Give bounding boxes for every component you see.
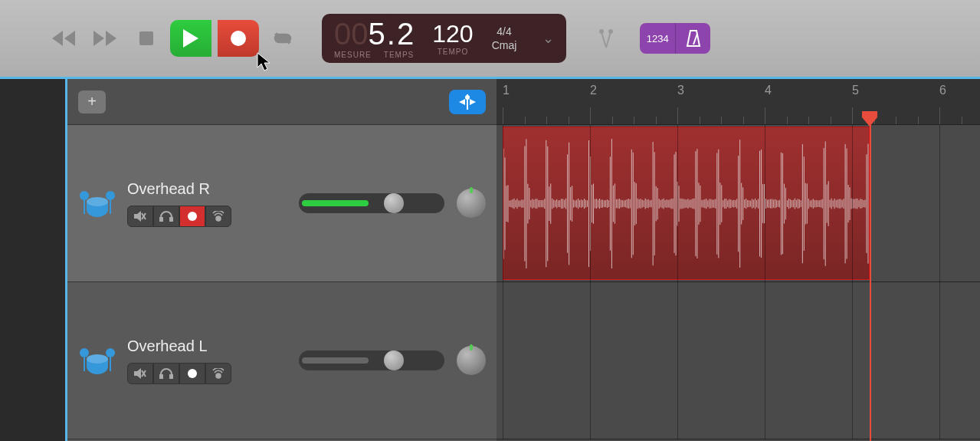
lcd-signature[interactable]: 4/4 Cmaj	[492, 25, 517, 51]
rewind-button[interactable]	[46, 25, 81, 52]
input-icon	[212, 211, 225, 222]
ruler-bar-number: 4	[765, 84, 772, 97]
drums-icon	[78, 345, 116, 376]
forward-button[interactable]	[87, 25, 123, 52]
pan-knob[interactable]	[457, 346, 486, 375]
solo-button[interactable]	[153, 363, 179, 384]
cycle-icon	[273, 31, 293, 45]
mute-icon	[134, 211, 146, 222]
input-monitor-button[interactable]	[205, 206, 231, 227]
svg-rect-16	[160, 218, 162, 222]
pan-knob[interactable]	[457, 189, 486, 218]
ruler-bar-number: 6	[939, 84, 946, 97]
playhead-line	[870, 125, 871, 441]
record-dot-icon	[187, 211, 198, 222]
workspace: + Overhead R	[0, 77, 980, 441]
svg-point-3	[609, 30, 612, 33]
lcd-beat-label: TEMPS	[384, 51, 414, 59]
mute-button[interactable]	[127, 206, 153, 227]
stop-icon	[139, 31, 153, 45]
record-dot-icon	[187, 368, 198, 379]
chevron-down-icon[interactable]: ⌄	[542, 30, 554, 47]
record-button[interactable]	[218, 20, 259, 57]
record-enable-button[interactable]	[179, 206, 205, 227]
ruler-bar-number: 1	[503, 84, 510, 97]
timeline-area[interactable]: 123456	[497, 79, 980, 441]
ruler-bar-number: 5	[852, 84, 859, 97]
forward-icon	[93, 31, 116, 46]
svg-point-6	[465, 95, 470, 100]
lcd-timesig: 4/4	[497, 25, 511, 38]
svg-point-1	[231, 31, 246, 46]
count-in-button[interactable]: 1234	[640, 23, 675, 54]
mute-button[interactable]	[127, 363, 153, 384]
solo-button[interactable]	[153, 206, 179, 227]
svg-point-18	[188, 212, 197, 221]
lcd-key: Cmaj	[492, 39, 517, 51]
lcd-beat-value: 2	[397, 18, 414, 49]
drums-icon	[78, 188, 116, 219]
svg-point-2	[600, 30, 603, 33]
svg-point-23	[80, 348, 89, 357]
volume-slider[interactable]	[299, 350, 444, 370]
lcd-measure-dim: 00	[334, 18, 369, 49]
stop-button[interactable]	[129, 25, 164, 52]
track-name: Overhead L	[127, 337, 288, 355]
count-in-label: 1234	[647, 33, 669, 44]
svg-point-32	[216, 374, 221, 378]
volume-slider[interactable]	[299, 193, 444, 213]
track-header[interactable]: Overhead L	[67, 282, 497, 439]
cycle-button[interactable]	[265, 25, 300, 52]
rewind-icon	[52, 31, 75, 46]
lcd-measure[interactable]: 005.2 MESURETEMPS	[334, 18, 414, 59]
left-margin	[0, 79, 67, 441]
track-lane[interactable]	[497, 282, 980, 439]
lcd-display[interactable]: 005.2 MESURETEMPS 120 TEMPO 4/4 Cmaj ⌄	[322, 14, 566, 63]
track-headers-panel: + Overhead R	[67, 79, 497, 441]
transport-toolbar: 005.2 MESURETEMPS 120 TEMPO 4/4 Cmaj ⌄ 1…	[0, 0, 980, 77]
svg-point-19	[216, 216, 221, 221]
lcd-tempo-label: TEMPO	[438, 48, 469, 56]
svg-point-11	[106, 191, 115, 200]
svg-rect-0	[139, 31, 153, 45]
catch-icon	[459, 94, 476, 110]
input-icon	[212, 368, 225, 379]
ruler-bar-number: 2	[590, 84, 597, 97]
play-button[interactable]	[170, 20, 211, 57]
svg-point-31	[188, 369, 197, 378]
svg-line-4	[693, 34, 697, 44]
track-lanes	[497, 125, 980, 439]
svg-point-24	[106, 348, 115, 357]
playhead[interactable]	[862, 111, 877, 127]
add-track-button[interactable]: +	[78, 91, 106, 114]
catch-playhead-button[interactable]	[449, 90, 486, 114]
lcd-tempo[interactable]: 120 TEMPO	[432, 21, 473, 56]
headphones-icon	[159, 368, 173, 379]
ruler-bar-number: 3	[677, 84, 684, 97]
record-enable-button[interactable]	[179, 363, 205, 384]
lcd-tempo-value: 120	[432, 21, 473, 46]
input-monitor-button[interactable]	[205, 363, 231, 384]
play-icon	[183, 29, 198, 48]
mute-icon	[134, 368, 146, 379]
audio-region[interactable]	[503, 127, 870, 280]
metronome-icon	[685, 29, 702, 48]
ruler[interactable]: 123456	[497, 79, 980, 125]
track-lane[interactable]	[497, 125, 980, 282]
svg-rect-29	[160, 375, 162, 379]
svg-point-10	[80, 191, 89, 200]
track-headers-toolbar: +	[67, 79, 497, 125]
svg-rect-17	[170, 218, 172, 222]
record-icon	[229, 29, 247, 48]
svg-point-22	[87, 354, 108, 364]
svg-rect-30	[170, 375, 172, 379]
track-header[interactable]: Overhead R	[67, 125, 497, 282]
metronome-button[interactable]	[675, 23, 710, 54]
svg-point-9	[87, 197, 108, 206]
track-name: Overhead R	[127, 180, 288, 198]
lcd-measure-label: MESURE	[334, 51, 372, 59]
tuner-icon[interactable]	[595, 28, 617, 49]
lcd-measure-value: 5	[369, 18, 385, 49]
headphones-icon	[159, 211, 173, 222]
